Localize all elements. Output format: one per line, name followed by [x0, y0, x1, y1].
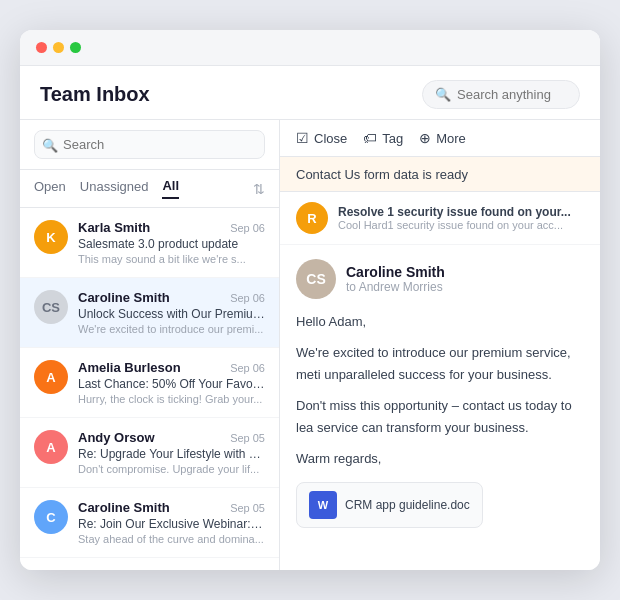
notif-subtitle: Cool Hard1 security issue found on your … — [338, 219, 571, 231]
email-date: Sep 05 — [230, 502, 265, 514]
email-detail-pane: ☑ Close 🏷 Tag ⊕ More Contact Us form dat… — [280, 120, 600, 570]
email-detail-header: CS Caroline Smith to Andrew Morries — [296, 259, 584, 299]
tab-unassigned[interactable]: Unassigned — [80, 179, 149, 198]
body-line-3: Don't miss this opportunity – contact us… — [296, 395, 584, 438]
page-title: Team Inbox — [40, 83, 150, 106]
email-subject: Re: Upgrade Your Lifestyle with Our... — [78, 447, 265, 461]
sender-name: Karla Smith — [78, 220, 150, 235]
detail-avatar: CS — [296, 259, 336, 299]
close-icon: ☑ — [296, 130, 309, 146]
search-icon: 🔍 — [435, 87, 451, 102]
body-line-4: Warm regards, — [296, 448, 584, 469]
tag-button[interactable]: 🏷 Tag — [363, 130, 403, 146]
avatar: C — [34, 500, 68, 534]
email-body: Hello Adam, We're excited to introduce o… — [296, 311, 584, 470]
sender-name: Amelia Burleson — [78, 360, 181, 375]
attachment-filename: CRM app guideline.doc — [345, 498, 470, 512]
app-window: Team Inbox 🔍 🔍 Open — [20, 30, 600, 570]
sender-name: Andy Orsow — [78, 430, 155, 445]
tag-label: Tag — [382, 131, 403, 146]
email-top: Andy Orsow Sep 05 — [78, 430, 265, 445]
detail-sender-info: Caroline Smith to Andrew Morries — [346, 264, 445, 294]
notif-title: Resolve 1 security issue found on your..… — [338, 205, 571, 219]
email-date: Sep 06 — [230, 292, 265, 304]
close-button[interactable]: ☑ Close — [296, 130, 347, 146]
email-preview: Stay ahead of the curve and domina... — [78, 533, 265, 545]
email-subject: Last Chance: 50% Off Your Favorite... — [78, 377, 265, 391]
avatar: CS — [34, 290, 68, 324]
sidebar-search-container: 🔍 — [20, 120, 279, 170]
detail-sender-to: to Andrew Morries — [346, 280, 445, 294]
email-preview: We're excited to introduce our premi... — [78, 323, 265, 335]
email-subject: Re: Join Our Exclusive Webinar: Ma... — [78, 517, 265, 531]
sender-name: Caroline Smith — [78, 290, 170, 305]
body-line-2: We're excited to introduce our premium s… — [296, 342, 584, 385]
notif-content: Resolve 1 security issue found on your..… — [338, 205, 571, 231]
close-label: Close — [314, 131, 347, 146]
email-preview: Hurry, the clock is ticking! Grab your..… — [78, 393, 265, 405]
email-content: Amelia Burleson Sep 06 Last Chance: 50% … — [78, 360, 265, 405]
email-content: Karla Smith Sep 06 Salesmate 3.0 product… — [78, 220, 265, 265]
close-dot[interactable] — [36, 42, 47, 53]
attachment[interactable]: W CRM app guideline.doc — [296, 482, 483, 528]
attachment-icon-label: W — [318, 499, 328, 511]
email-item[interactable]: A Amelia Burleson Sep 06 Last Chance: 50… — [20, 348, 279, 418]
email-list: K Karla Smith Sep 06 Salesmate 3.0 produ… — [20, 208, 279, 570]
more-label: More — [436, 131, 466, 146]
avatar: K — [34, 220, 68, 254]
email-item[interactable]: K Karla Smith Sep 06 Salesmate 3.0 produ… — [20, 208, 279, 278]
detail-banner: Contact Us form data is ready — [280, 157, 600, 192]
detail-toolbar: ☑ Close 🏷 Tag ⊕ More — [280, 120, 600, 157]
title-bar — [20, 30, 600, 66]
email-date: Sep 06 — [230, 362, 265, 374]
email-preview: Don't compromise. Upgrade your lif... — [78, 463, 265, 475]
body-line-1: Hello Adam, — [296, 311, 584, 332]
tab-all[interactable]: All — [162, 178, 179, 199]
email-content: Caroline Smith Sep 06 Unlock Success wit… — [78, 290, 265, 335]
avatar: A — [34, 430, 68, 464]
email-detail-body: CS Caroline Smith to Andrew Morries Hell… — [280, 245, 600, 570]
email-subject: Unlock Success with Our Premium... — [78, 307, 265, 321]
email-top: Karla Smith Sep 06 — [78, 220, 265, 235]
sidebar-search-icon: 🔍 — [42, 137, 58, 152]
email-top: Amelia Burleson Sep 06 — [78, 360, 265, 375]
email-item[interactable]: C Caroline Smith Sep 05 Re: Join Our Exc… — [20, 488, 279, 558]
avatar: A — [34, 360, 68, 394]
tag-icon: 🏷 — [363, 130, 377, 146]
filter-icon[interactable]: ⇅ — [253, 181, 265, 197]
global-search-box[interactable]: 🔍 — [422, 80, 580, 109]
sender-name: Caroline Smith — [78, 500, 170, 515]
more-icon: ⊕ — [419, 130, 431, 146]
email-content: Caroline Smith Sep 05 Re: Join Our Exclu… — [78, 500, 265, 545]
app-header: Team Inbox 🔍 — [20, 66, 600, 120]
email-tabs: Open Unassigned All ⇅ — [20, 170, 279, 208]
attachment-icon: W — [309, 491, 337, 519]
email-date: Sep 06 — [230, 222, 265, 234]
email-content: Andy Orsow Sep 05 Re: Upgrade Your Lifes… — [78, 430, 265, 475]
email-item[interactable]: CS Caroline Smith Sep 06 Unlock Success … — [20, 278, 279, 348]
main-body: 🔍 Open Unassigned All ⇅ K — [20, 120, 600, 570]
more-button[interactable]: ⊕ More — [419, 130, 466, 146]
banner-text: Contact Us form data is ready — [296, 167, 468, 182]
email-sidebar: 🔍 Open Unassigned All ⇅ K — [20, 120, 280, 570]
tab-open[interactable]: Open — [34, 179, 66, 198]
header-left: Team Inbox — [40, 83, 150, 106]
sidebar-search-wrap: 🔍 — [34, 130, 265, 159]
email-top: Caroline Smith Sep 05 — [78, 500, 265, 515]
email-preview: This may sound a bit like we're s... — [78, 253, 265, 265]
sidebar-search-input[interactable] — [34, 130, 265, 159]
maximize-dot[interactable] — [70, 42, 81, 53]
email-top: Caroline Smith Sep 06 — [78, 290, 265, 305]
notification-row[interactable]: R Resolve 1 security issue found on your… — [280, 192, 600, 245]
detail-sender-name: Caroline Smith — [346, 264, 445, 280]
email-item[interactable]: A Andy Orsow Sep 05 Re: Upgrade Your Lif… — [20, 418, 279, 488]
full-layout: Team Inbox 🔍 🔍 Open — [20, 66, 600, 570]
global-search-input[interactable] — [457, 87, 567, 102]
minimize-dot[interactable] — [53, 42, 64, 53]
email-date: Sep 05 — [230, 432, 265, 444]
notif-avatar: R — [296, 202, 328, 234]
email-subject: Salesmate 3.0 product update — [78, 237, 265, 251]
